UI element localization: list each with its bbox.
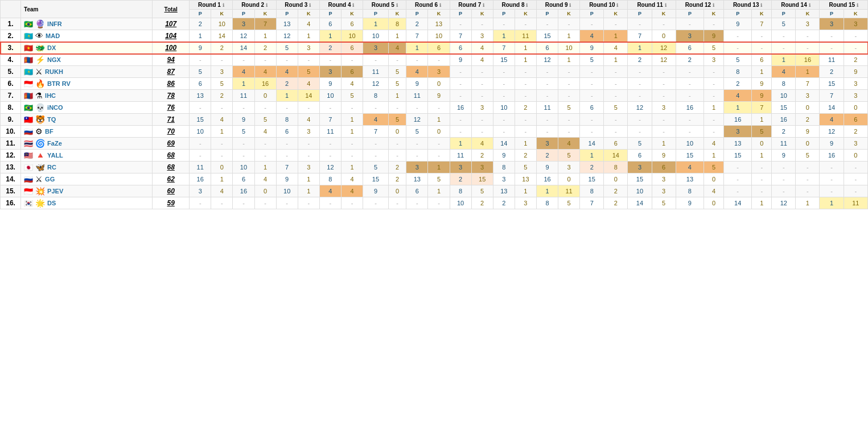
round-3-p: 1	[276, 90, 298, 102]
p-value: 1	[374, 20, 377, 27]
p-header-r10: P	[580, 10, 604, 18]
p-value: 9	[242, 116, 245, 123]
round-7-k: 3	[471, 162, 493, 173]
round-13-p: -	[723, 42, 752, 54]
table-row: 11.🇹🇭🌀FaZe69------------1414134146511041…	[1, 138, 868, 150]
round-2-p: -	[233, 197, 254, 209]
p-value: 10	[457, 200, 464, 206]
round-3-p: 4	[276, 66, 298, 78]
round-13-k: -	[752, 173, 772, 185]
round-10-p: 5	[580, 54, 604, 66]
team-cell: 🇧🇷🔮INFR	[21, 18, 153, 30]
dash: -	[221, 200, 223, 206]
dash: -	[689, 116, 691, 123]
k-value: 11	[852, 200, 859, 206]
info-icon-7[interactable]: ℹ	[483, 3, 484, 8]
round-4-p: 8	[319, 173, 341, 185]
round-14-p: 2	[772, 126, 796, 138]
round-6-k: 10	[428, 30, 450, 42]
round-12-p: -	[676, 18, 704, 30]
round-5-p: -	[363, 197, 389, 209]
round-11-p: 15	[628, 173, 652, 185]
info-icon-4[interactable]: ℹ	[352, 3, 354, 8]
round-4-p: -	[319, 54, 341, 66]
p-value: 10	[686, 140, 693, 147]
info-icon-2[interactable]: ℹ	[266, 3, 268, 8]
k-value: 2	[396, 164, 399, 171]
round-7-k: -	[471, 66, 493, 78]
p-value: 9	[416, 80, 419, 87]
info-icon-13[interactable]: ℹ	[760, 3, 762, 8]
round-12-p: -	[676, 90, 704, 102]
round-14-p: -	[772, 162, 796, 173]
round-3-p: 9	[276, 173, 298, 185]
round-7-p: -	[450, 114, 471, 126]
p-value: 5	[285, 44, 289, 51]
k-value: 9	[437, 92, 441, 99]
dash: -	[416, 152, 418, 159]
dash: -	[199, 56, 201, 63]
round-7-k: 4	[471, 42, 493, 54]
k-value: 1	[760, 152, 763, 159]
rank-cell: 5.	[1, 66, 21, 78]
info-icon-15[interactable]: ℹ	[857, 3, 858, 8]
round-13-k: -	[752, 30, 772, 42]
info-icon-6[interactable]: ℹ	[439, 3, 441, 8]
team-name: BF	[45, 128, 54, 135]
info-icon-8[interactable]: ℹ	[526, 3, 528, 8]
k-value: 3	[854, 140, 857, 147]
p-value: 16	[828, 152, 835, 159]
round-9-k: 0	[558, 173, 580, 185]
k-value: 12	[660, 44, 667, 51]
round-10-k: 1	[604, 30, 628, 42]
p-value: 6	[285, 128, 289, 135]
k-value: 0	[396, 128, 399, 135]
info-icon-3[interactable]: ℹ	[309, 3, 311, 8]
p-value: 10	[500, 104, 507, 111]
round-15-k: 0	[844, 150, 867, 162]
k-value: 0	[220, 164, 224, 171]
info-icon-12[interactable]: ℹ	[713, 3, 714, 8]
dash: -	[615, 20, 617, 27]
total-cell: 62	[153, 173, 190, 185]
round-9-k: -	[558, 66, 580, 78]
p-value: 7	[590, 200, 594, 206]
k-value: 1	[437, 116, 441, 123]
p-value: 14	[589, 140, 595, 147]
team-icon: 🌀	[35, 139, 45, 148]
round-1-k: 4	[211, 114, 233, 126]
p-value: 6	[688, 44, 692, 51]
dash: -	[568, 128, 570, 135]
round-2-k: -	[254, 138, 276, 150]
round-1-p: 16	[190, 173, 211, 185]
p-value: 6	[459, 44, 462, 51]
dash: -	[783, 32, 785, 39]
round-2-p: -	[233, 138, 254, 150]
round-8-p: -	[493, 66, 515, 78]
p-value: 12	[327, 164, 334, 171]
dash: -	[568, 80, 570, 87]
dash: -	[481, 128, 483, 135]
k-value: 5	[480, 188, 484, 195]
k-value: 2	[396, 176, 399, 183]
p-value: 1	[545, 188, 549, 195]
info-icon-14[interactable]: ℹ	[809, 3, 811, 8]
k-value: 7	[760, 20, 763, 27]
dash: -	[663, 128, 665, 135]
info-icon-11[interactable]: ℹ	[665, 3, 667, 8]
info-icon-1[interactable]: ℹ	[223, 3, 224, 8]
k-value: 10	[435, 32, 442, 39]
p-value: 8	[374, 92, 377, 99]
info-icon-5[interactable]: ℹ	[396, 3, 398, 8]
k-value: 10	[219, 20, 225, 27]
round-7-p: -	[450, 66, 471, 78]
info-icon-10[interactable]: ℹ	[616, 3, 618, 8]
round-1-p: 2	[190, 18, 211, 30]
dash: -	[783, 188, 785, 195]
flag-icon: 🇹🇼	[24, 115, 33, 124]
p-value: 15	[636, 176, 643, 183]
info-icon-9[interactable]: ℹ	[569, 3, 571, 8]
round-5-k: 0	[388, 185, 406, 197]
k-value: 4	[350, 176, 353, 183]
team-icon: ⚗	[35, 91, 43, 100]
